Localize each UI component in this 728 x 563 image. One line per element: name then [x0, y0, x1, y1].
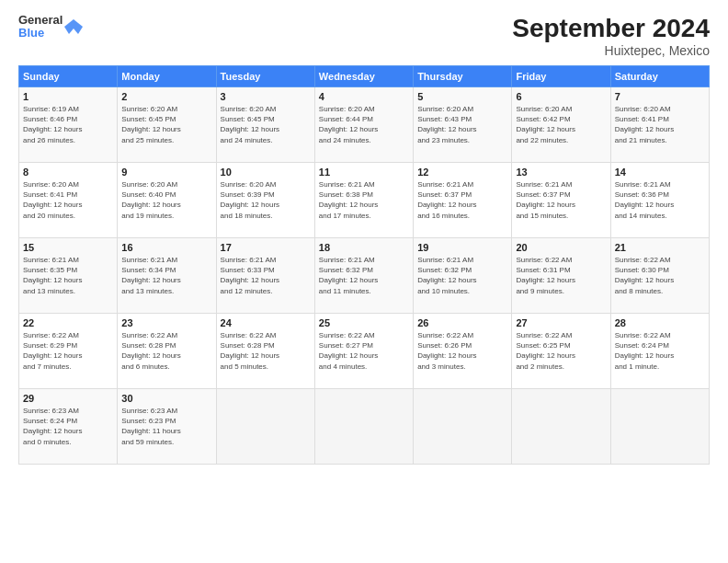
col-monday: Monday — [118, 66, 216, 87]
table-row: 20 Sunrise: 6:22 AMSunset: 6:31 PMDaylig… — [512, 238, 610, 314]
svg-marker-0 — [64, 19, 83, 34]
day-number: 14 — [615, 167, 705, 178]
day-detail: Sunrise: 6:20 AMSunset: 6:43 PMDaylight:… — [417, 105, 476, 144]
table-row: 6 Sunrise: 6:20 AMSunset: 6:42 PMDayligh… — [512, 87, 610, 163]
day-number: 3 — [221, 91, 311, 102]
day-number: 30 — [121, 393, 211, 404]
table-row: 26 Sunrise: 6:22 AMSunset: 6:26 PMDaylig… — [414, 314, 512, 389]
day-detail: Sunrise: 6:20 AMSunset: 6:45 PMDaylight:… — [121, 105, 180, 144]
day-number: 18 — [319, 242, 409, 253]
day-detail: Sunrise: 6:22 AMSunset: 6:25 PMDaylight:… — [516, 331, 574, 371]
day-detail: Sunrise: 6:20 AMSunset: 6:41 PMDaylight:… — [23, 180, 82, 220]
day-detail: Sunrise: 6:22 AMSunset: 6:31 PMDaylight:… — [516, 256, 574, 295]
calendar-week-row: 15 Sunrise: 6:21 AMSunset: 6:35 PMDaylig… — [19, 238, 710, 314]
day-detail: Sunrise: 6:21 AMSunset: 6:38 PMDaylight:… — [319, 180, 378, 220]
day-number: 19 — [417, 242, 507, 253]
table-row: 28 Sunrise: 6:22 AMSunset: 6:24 PMDaylig… — [610, 314, 709, 389]
day-detail: Sunrise: 6:22 AMSunset: 6:29 PMDaylight:… — [23, 331, 82, 371]
day-number: 1 — [23, 91, 113, 102]
day-number: 17 — [221, 242, 311, 253]
table-row: 11 Sunrise: 6:21 AMSunset: 6:38 PMDaylig… — [314, 163, 413, 238]
day-detail: Sunrise: 6:21 AMSunset: 6:34 PMDaylight:… — [121, 256, 180, 295]
calendar-week-row: 29 Sunrise: 6:23 AMSunset: 6:24 PMDaylig… — [19, 389, 710, 465]
table-row: 30 Sunrise: 6:23 AMSunset: 6:23 PMDaylig… — [118, 389, 216, 465]
day-number: 22 — [23, 317, 113, 328]
table-row: 22 Sunrise: 6:22 AMSunset: 6:29 PMDaylig… — [19, 314, 118, 389]
col-wednesday: Wednesday — [314, 66, 413, 87]
day-detail: Sunrise: 6:22 AMSunset: 6:28 PMDaylight:… — [121, 331, 180, 371]
day-detail: Sunrise: 6:23 AMSunset: 6:23 PMDaylight:… — [121, 407, 180, 446]
col-friday: Friday — [512, 66, 610, 87]
table-row: 21 Sunrise: 6:22 AMSunset: 6:30 PMDaylig… — [610, 238, 709, 314]
day-number: 11 — [319, 167, 409, 178]
table-row: 1 Sunrise: 6:19 AMSunset: 6:46 PMDayligh… — [19, 87, 118, 163]
table-row — [414, 389, 512, 465]
table-row — [216, 389, 314, 465]
day-detail: Sunrise: 6:21 AMSunset: 6:36 PMDaylight:… — [615, 180, 674, 220]
day-detail: Sunrise: 6:21 AMSunset: 6:33 PMDaylight:… — [221, 256, 279, 295]
table-row: 15 Sunrise: 6:21 AMSunset: 6:35 PMDaylig… — [19, 238, 118, 314]
table-row: 23 Sunrise: 6:22 AMSunset: 6:28 PMDaylig… — [118, 314, 216, 389]
table-row: 16 Sunrise: 6:21 AMSunset: 6:34 PMDaylig… — [118, 238, 216, 314]
day-number: 23 — [121, 317, 211, 328]
day-number: 2 — [121, 91, 211, 102]
table-row: 12 Sunrise: 6:21 AMSunset: 6:37 PMDaylig… — [414, 163, 512, 238]
day-number: 24 — [221, 317, 311, 328]
logo: General Blue — [18, 14, 83, 40]
table-row: 24 Sunrise: 6:22 AMSunset: 6:28 PMDaylig… — [216, 314, 314, 389]
table-row: 7 Sunrise: 6:20 AMSunset: 6:41 PMDayligh… — [610, 87, 709, 163]
table-row: 8 Sunrise: 6:20 AMSunset: 6:41 PMDayligh… — [19, 163, 118, 238]
logo-blue: Blue — [18, 27, 63, 40]
day-detail: Sunrise: 6:20 AMSunset: 6:41 PMDaylight:… — [615, 105, 674, 144]
table-row: 13 Sunrise: 6:21 AMSunset: 6:37 PMDaylig… — [512, 163, 610, 238]
title-area: September 2024 Huixtepec, Mexico — [512, 14, 710, 58]
table-row: 29 Sunrise: 6:23 AMSunset: 6:24 PMDaylig… — [19, 389, 118, 465]
calendar-week-row: 1 Sunrise: 6:19 AMSunset: 6:46 PMDayligh… — [19, 87, 710, 163]
day-detail: Sunrise: 6:20 AMSunset: 6:39 PMDaylight:… — [221, 180, 279, 220]
table-row: 18 Sunrise: 6:21 AMSunset: 6:32 PMDaylig… — [314, 238, 413, 314]
day-detail: Sunrise: 6:21 AMSunset: 6:37 PMDaylight:… — [417, 180, 476, 220]
day-number: 8 — [23, 167, 113, 178]
col-thursday: Thursday — [414, 66, 512, 87]
table-row: 9 Sunrise: 6:20 AMSunset: 6:40 PMDayligh… — [118, 163, 216, 238]
day-number: 20 — [516, 242, 606, 253]
day-detail: Sunrise: 6:20 AMSunset: 6:44 PMDaylight:… — [319, 105, 378, 144]
day-detail: Sunrise: 6:21 AMSunset: 6:37 PMDaylight:… — [516, 180, 574, 220]
table-row: 25 Sunrise: 6:22 AMSunset: 6:27 PMDaylig… — [314, 314, 413, 389]
day-number: 13 — [516, 167, 606, 178]
calendar-week-row: 8 Sunrise: 6:20 AMSunset: 6:41 PMDayligh… — [19, 163, 710, 238]
day-number: 15 — [23, 242, 113, 253]
day-detail: Sunrise: 6:19 AMSunset: 6:46 PMDaylight:… — [23, 105, 82, 144]
location-title: Huixtepec, Mexico — [512, 43, 710, 58]
day-detail: Sunrise: 6:22 AMSunset: 6:24 PMDaylight:… — [615, 331, 674, 371]
calendar-week-row: 22 Sunrise: 6:22 AMSunset: 6:29 PMDaylig… — [19, 314, 710, 389]
day-number: 28 — [615, 317, 705, 328]
logo-bird-icon — [64, 17, 83, 36]
col-sunday: Sunday — [19, 66, 118, 87]
day-detail: Sunrise: 6:23 AMSunset: 6:24 PMDaylight:… — [23, 407, 82, 446]
day-number: 25 — [319, 317, 409, 328]
table-row — [512, 389, 610, 465]
month-title: September 2024 — [512, 14, 710, 43]
page: General Blue September 2024 Huixtepec, M… — [0, 0, 728, 563]
logo-general: General — [18, 14, 63, 27]
day-detail: Sunrise: 6:22 AMSunset: 6:28 PMDaylight:… — [221, 331, 279, 371]
day-number: 27 — [516, 317, 606, 328]
day-detail: Sunrise: 6:20 AMSunset: 6:45 PMDaylight:… — [221, 105, 279, 144]
table-row — [610, 389, 709, 465]
day-detail: Sunrise: 6:21 AMSunset: 6:32 PMDaylight:… — [417, 256, 476, 295]
day-detail: Sunrise: 6:22 AMSunset: 6:27 PMDaylight:… — [319, 331, 378, 371]
header-row: Sunday Monday Tuesday Wednesday Thursday… — [19, 66, 710, 87]
table-row: 19 Sunrise: 6:21 AMSunset: 6:32 PMDaylig… — [414, 238, 512, 314]
day-number: 26 — [417, 317, 507, 328]
table-row: 4 Sunrise: 6:20 AMSunset: 6:44 PMDayligh… — [314, 87, 413, 163]
header-area: General Blue September 2024 Huixtepec, M… — [18, 14, 710, 58]
table-row: 10 Sunrise: 6:20 AMSunset: 6:39 PMDaylig… — [216, 163, 314, 238]
table-row — [314, 389, 413, 465]
day-number: 7 — [615, 91, 705, 102]
day-detail: Sunrise: 6:22 AMSunset: 6:26 PMDaylight:… — [417, 331, 476, 371]
day-number: 29 — [23, 393, 113, 404]
day-detail: Sunrise: 6:21 AMSunset: 6:32 PMDaylight:… — [319, 256, 378, 295]
day-number: 6 — [516, 91, 606, 102]
table-row: 17 Sunrise: 6:21 AMSunset: 6:33 PMDaylig… — [216, 238, 314, 314]
